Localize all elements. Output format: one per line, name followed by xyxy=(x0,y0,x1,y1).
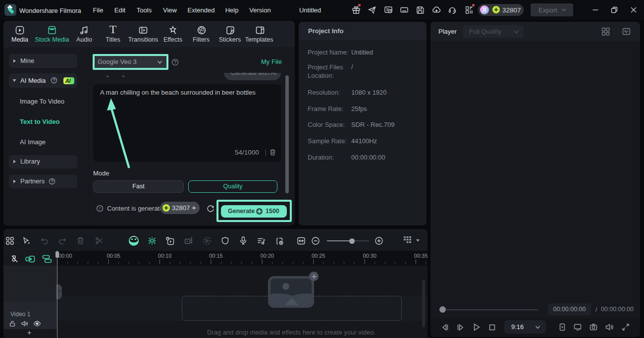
svg-text:00:00: 00:00 xyxy=(58,253,72,259)
svg-text:00:25: 00:25 xyxy=(312,253,325,259)
svg-text:00:10: 00:10 xyxy=(158,253,172,259)
svg-text:00:15: 00:15 xyxy=(209,253,223,259)
svg-text:00:20: 00:20 xyxy=(261,253,274,259)
svg-text:00:30: 00:30 xyxy=(363,253,376,259)
svg-text:00:35: 00:35 xyxy=(414,253,428,259)
svg-text:00:05: 00:05 xyxy=(107,253,120,259)
